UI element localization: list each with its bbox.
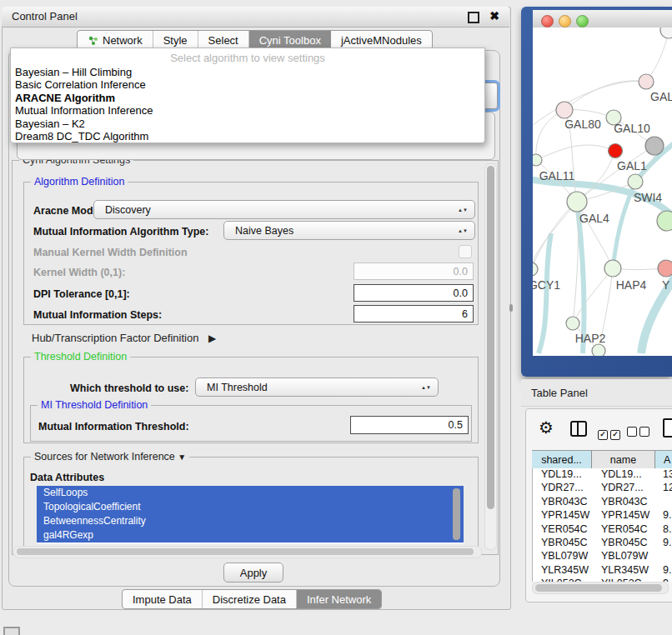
table-cell: YBL079W [533,550,593,563]
tab-infer-network[interactable]: Infer Network [297,590,381,608]
dropdown-item-aracne[interactable]: ARACNE Algorithm [11,92,484,104]
manual-kernel-checkbox[interactable] [459,245,472,258]
which-threshold-combobox[interactable]: MI Threshold ▲▼ [195,378,439,397]
table-horizontal-scrollbar[interactable] [532,582,669,594]
tab-discretize-data[interactable]: Discretize Data [203,590,297,608]
table-row[interactable]: YBR045CYBR045C9. [533,537,672,550]
mi-type-label: Mutual Information Algorithm Type: [33,226,208,238]
document-icon[interactable] [663,418,672,438]
dropdown-item[interactable]: Basic Correlation Inference [11,78,484,91]
network-icon [88,35,98,46]
column-header-3[interactable]: A [655,451,672,468]
network-node[interactable] [658,260,672,277]
list-item[interactable]: gal4RGexp [37,528,464,542]
hub-definition-expander[interactable]: Hub/Transcription Factor Definition ▶ [32,332,216,344]
mi-threshold-group-title: MI Threshold Definition [38,399,151,411]
manual-kernel-label: Manual Kernel Width Definition [33,247,188,258]
panel-splitter-handle[interactable] [509,304,513,312]
table-cell: YDL19... [593,468,656,482]
tab-select[interactable]: Select [198,31,249,49]
mi-threshold-field[interactable]: 0.5 [350,416,469,434]
deselect-all-icon[interactable] [627,425,649,440]
node-label: GAL [650,90,672,103]
network-node[interactable] [533,154,542,166]
network-node[interactable] [566,317,579,330]
table-row[interactable]: YPR145WYPR145W9. [533,509,672,522]
dropdown-item[interactable]: Bayesian – K2 [11,118,484,130]
table-cell: YPR145W [593,509,656,522]
table-cell: YLR345W [533,564,593,578]
zoom-traffic-light-icon[interactable] [576,15,589,28]
table-cell: YBR045C [593,537,656,550]
tab-impute-data[interactable]: Impute Data [123,590,203,608]
network-node[interactable] [604,260,621,277]
apply-button[interactable]: Apply [223,562,283,582]
tab-style[interactable]: Style [153,31,198,49]
table-cell: 9. [656,537,672,550]
settings-horizontal-scrollbar[interactable] [13,546,482,558]
sources-group-title[interactable]: Sources for Network Inference ▼ [31,451,189,462]
dpi-tolerance-field[interactable]: 0.0 [354,284,474,302]
network-node[interactable] [609,144,623,158]
network-canvas[interactable]: GALGAL80GAL10GAL1GAL11GAL4GCY1HAP4YHAP2S… [533,28,672,356]
column-header-shared[interactable]: shared... [532,451,592,468]
control-panel-titlebar[interactable]: Control Panel ✖ [2,7,509,28]
network-node[interactable] [639,74,654,89]
algorithm-dropdown-list: Select algorithm to view settings Bayesi… [10,48,485,143]
table-panel-title: Table Panel [531,387,588,399]
table-cell: 9. [656,509,672,522]
table-row[interactable]: YBL079WYBL079W [533,550,672,563]
dropdown-item[interactable]: Bayesian – Hill Climbing [11,66,484,78]
scrollbar-thumb[interactable] [535,584,662,592]
tab-jactivemnodules[interactable]: jActiveMNodules [331,31,432,49]
close-icon[interactable]: ✖ [489,9,499,22]
scrollbar-thumb[interactable] [487,166,494,509]
list-scrollbar-thumb[interactable] [453,488,460,540]
network-node[interactable] [533,262,538,276]
tab-network[interactable]: Network [78,31,153,49]
kernel-width-field[interactable]: 0.0 [354,262,474,280]
minimize-traffic-light-icon[interactable] [559,15,571,28]
table-row[interactable]: YBR043CYBR043C [533,496,672,509]
mi-type-combobox[interactable]: Naive Bayes ▲▼ [223,221,475,240]
table-row[interactable]: YER054CYER054C8. [533,523,672,537]
network-node[interactable] [645,137,664,155]
network-node[interactable] [556,102,573,118]
settings-vertical-scrollbar[interactable] [484,163,497,550]
gear-icon[interactable]: ⚙ [539,418,554,438]
list-item[interactable]: BetweennessCentrality [37,514,464,528]
mi-steps-field[interactable]: 6 [354,305,474,322]
column-header-name[interactable]: name [592,451,655,468]
scrollbar-thumb[interactable] [17,548,474,555]
list-item[interactable]: SelfLoops [37,486,464,500]
network-window-titlebar[interactable] [533,10,672,28]
network-node[interactable] [628,174,643,189]
list-item[interactable]: TopologicalCoefficient [37,500,464,514]
aracne-mode-combobox[interactable]: Discovery ▲▼ [93,200,475,219]
dropdown-item[interactable]: Dream8 DC_TDC Algorithm [11,130,484,142]
table-panel-titlebar[interactable]: Table Panel [521,379,672,407]
table-row[interactable]: YDL19...YDL19...13 [533,468,672,482]
table-row[interactable]: YDR27...YDR27...12 [533,482,672,495]
which-threshold-label: Which threshold to use: [70,382,188,394]
node-label: GAL80 [564,118,601,131]
network-node[interactable] [592,344,605,356]
node-label: GAL11 [539,169,575,182]
table-row[interactable]: YLR345WYLR345W9. [533,564,672,578]
select-all-icon[interactable]: ✓✓ [598,425,620,440]
dropdown-item[interactable]: Mutual Information Inference [11,104,484,117]
bottom-tabbar: Impute Data Discretize Data Infer Networ… [122,589,382,609]
network-node[interactable] [657,211,672,231]
network-node[interactable] [660,28,672,38]
data-attributes-list[interactable]: SelfLoops TopologicalCoefficient Between… [37,486,464,544]
network-node[interactable] [567,192,587,212]
table-cell: YDR27... [533,482,593,495]
node-label: HAP2 [575,332,606,345]
expander-arrow-icon: ▶ [208,332,216,344]
tab-cyni-toolbox[interactable]: Cyni Toolbox [249,31,331,49]
close-traffic-light-icon[interactable] [541,15,554,28]
kernel-width-label: Kernel Width (0,1): [33,267,125,278]
collapsed-panel-icon[interactable] [3,627,20,635]
split-panel-icon[interactable] [570,421,587,437]
float-window-icon[interactable] [468,12,479,23]
